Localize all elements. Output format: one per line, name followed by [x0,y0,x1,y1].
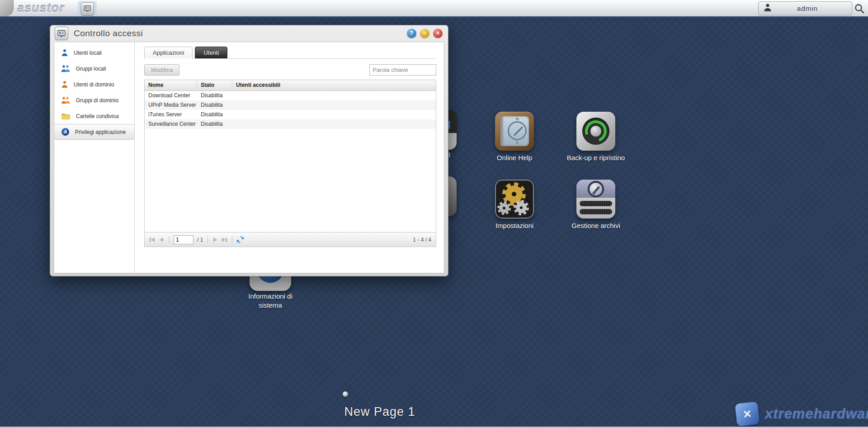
toolbar: Modifica [144,63,436,76]
desktop-page-label: New Page 1 [312,405,448,419]
applications-table: Nome Stato Utenti accessibili Download C… [144,80,436,247]
column-header-status[interactable]: Stato [197,80,232,90]
sidebar-item-local-groups[interactable]: Gruppi locali [54,61,134,76]
keyword-search-input[interactable] [369,64,436,76]
cell-status: Disabilita [197,91,232,100]
last-page-icon[interactable] [221,237,227,243]
domain-user-icon [61,81,68,88]
sidebar-item-shared-folders[interactable]: Cartelle condivisa [54,108,134,124]
cell-status: Disabilita [197,100,232,110]
sidebar-item-label: Gruppi locali [76,66,106,72]
sidebar-item-label: Utenti locali [74,50,102,56]
backup-restore-icon [576,112,615,151]
cell-name: Surveillance Center [145,119,197,129]
corner-shape [0,0,14,16]
icon-label: Gestione archivi [557,221,634,230]
table-row[interactable]: Download Center Disabilita [145,91,436,100]
username-label: admin [772,5,843,12]
local-user-icon [61,49,68,57]
settings-gears-icon [495,180,534,219]
watermark-text: xtremehardware.it [765,406,868,422]
previous-page-icon[interactable] [159,237,164,243]
refresh-icon[interactable] [237,236,244,243]
cell-status: Disabilita [197,119,232,129]
table-row[interactable]: Surveillance Center Disabilita [145,119,436,129]
cell-name: Download Center [145,91,197,100]
sidebar-item-domain-groups[interactable]: Gruppi di dominio [54,92,134,108]
app-privileges-icon: A [61,128,69,136]
user-menu-button[interactable]: admin [758,1,852,15]
shared-folder-icon [61,113,70,119]
access-control-window: Controllo accessi ? − × Utenti locali [50,25,448,276]
page-number-input[interactable] [174,235,193,244]
window-title: Controllo accessi [74,29,143,38]
icon-label: Informazioni di sistema [237,292,303,310]
taskbar-item-access-control[interactable] [78,1,97,16]
window-title-icon [55,27,68,40]
separator [208,236,208,243]
domain-group-icon [61,96,70,104]
watermark: × xtremehardware.it [736,403,868,425]
close-button[interactable]: × [433,29,443,38]
window-titlebar[interactable]: Controllo accessi ? − × [54,25,444,42]
table-header: Nome Stato Utenti accessibili [145,80,436,91]
table-row[interactable]: iTunes Server Disabilita [145,110,436,119]
cell-name: UPnP Media Server [145,100,197,110]
search-icon[interactable] [854,3,865,14]
sidebar-item-label: Gruppi di dominio [76,97,118,104]
page-count-label: / 1 [197,237,203,243]
help-button[interactable]: ? [407,29,416,38]
storage-manager-icon [576,180,615,219]
next-page-icon[interactable] [212,237,217,243]
icon-label: Online Help [478,153,551,162]
tab-users[interactable]: Utenti [195,47,227,58]
cell-users [232,110,436,119]
pagination-bar: / 1 1 - 4 / 4 [145,232,436,247]
sidebar-item-app-privileges[interactable]: A Privilegi applicazione [54,124,134,140]
xtremehardware-logo-icon: × [735,402,760,427]
cell-users [232,100,436,110]
cell-users [232,91,436,100]
asustor-logo: asustor [17,1,65,15]
sidebar-item-local-users[interactable]: Utenti locali [54,45,134,61]
top-bar: asustor admin [0,0,868,17]
separator [232,236,232,243]
local-group-icon [61,65,70,72]
desktop-icon-online-help[interactable]: Online Help [495,112,534,151]
table-row[interactable]: UPnP Media Server Disabilita [145,100,436,110]
cell-users [232,119,436,129]
desktop-icon-backup[interactable]: Back-up e ripristino [576,112,615,151]
tab-bar: Applicazioni Utenti [144,47,436,59]
edit-button[interactable]: Modifica [144,64,179,76]
main-panel: Applicazioni Utenti Modifica Nome Stato … [135,42,444,273]
desktop-icon-storage-manager[interactable]: Gestione archivi [576,180,615,219]
tab-applications[interactable]: Applicazioni [144,47,193,59]
sidebar-item-label: Privilegi applicazione [75,129,126,135]
first-page-icon[interactable] [149,237,156,243]
minimize-button[interactable]: − [420,29,429,38]
cell-status: Disabilita [197,110,232,119]
record-range-label: 1 - 4 / 4 [413,237,431,243]
table-empty-area [145,129,436,232]
desktop-icon-settings[interactable]: Impostazioni [495,180,534,219]
user-icon [763,3,772,14]
cell-name: iTunes Server [145,110,197,119]
access-control-window-icon [81,2,94,15]
sidebar-item-label: Utenti di dominio [74,81,114,88]
icon-label: Impostazioni [478,221,551,230]
icon-label: Back-up e ripristino [562,153,630,162]
sidebar: Utenti locali Gruppi locali Utenti di do… [54,42,135,273]
sidebar-item-domain-users[interactable]: Utenti di dominio [54,76,134,92]
online-help-icon [495,112,534,151]
separator [169,236,169,243]
column-header-name[interactable]: Nome [145,80,197,90]
sidebar-item-label: Cartelle condivisa [76,113,119,119]
page-indicator-dot[interactable] [343,391,348,397]
column-header-accessible-users[interactable]: Utenti accessibili [232,80,436,90]
